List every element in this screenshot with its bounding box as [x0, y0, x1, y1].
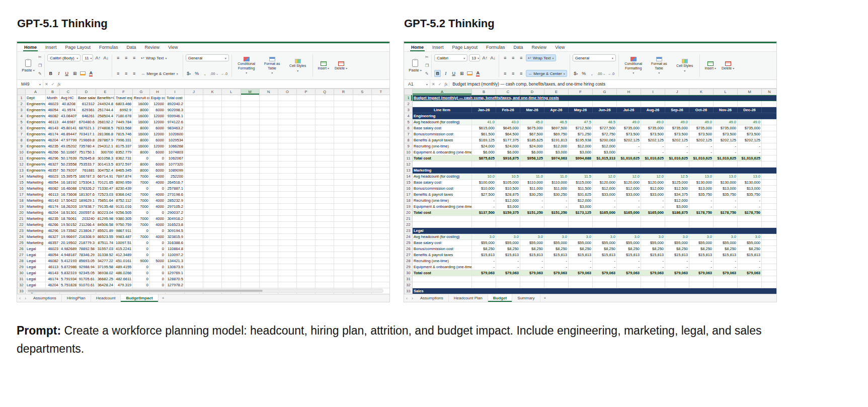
cell[interactable]: 751750.1 — [77, 149, 96, 155]
cell[interactable]: 479.319 — [115, 282, 133, 288]
cell[interactable]: - — [641, 258, 665, 264]
italic-button[interactable]: I — [55, 70, 62, 77]
cell[interactable]: 7000 — [133, 174, 150, 180]
cell[interactable]: Engineering — [26, 131, 46, 137]
cell[interactable] — [259, 276, 278, 282]
cell[interactable]: Engineering — [26, 149, 46, 155]
cell[interactable] — [371, 186, 389, 192]
row-header-23[interactable]: 23 — [18, 228, 26, 234]
cell[interactable] — [259, 252, 278, 258]
cell[interactable]: - — [617, 204, 641, 210]
cell[interactable]: 0 — [150, 270, 166, 276]
cell[interactable] — [353, 222, 371, 228]
increase-decimal-button[interactable]: .00→ — [597, 70, 606, 77]
cell[interactable] — [353, 228, 371, 234]
comma-format-button[interactable]: , — [589, 70, 595, 77]
row-header-2[interactable]: 2 — [405, 101, 413, 107]
cell[interactable]: $105,000 — [496, 180, 520, 186]
cell[interactable] — [259, 270, 278, 276]
column-header-L[interactable]: L — [222, 89, 241, 95]
cell[interactable] — [222, 198, 241, 204]
cell[interactable] — [544, 282, 569, 288]
cell[interactable] — [241, 270, 259, 276]
cell[interactable] — [222, 234, 241, 240]
underline-button[interactable]: U — [450, 70, 457, 77]
cell[interactable]: 0 — [150, 228, 166, 234]
cell[interactable]: $697,500 — [544, 125, 569, 131]
cell[interactable] — [496, 216, 520, 222]
cell[interactable]: $79,063 — [496, 270, 520, 276]
cell[interactable] — [222, 174, 241, 180]
ribbon-tab-insert[interactable]: Insert — [431, 45, 445, 51]
cell[interactable] — [315, 258, 334, 264]
column-header-L[interactable]: L — [714, 89, 738, 95]
cell[interactable]: $55,000 — [544, 240, 569, 246]
cell[interactable] — [278, 210, 296, 216]
cell[interactable] — [185, 228, 203, 234]
cell[interactable]: $8,250 — [472, 246, 496, 252]
number-format-select[interactable]: General▾ — [186, 54, 229, 61]
cell[interactable] — [353, 107, 371, 113]
column-header-K[interactable]: K — [689, 89, 714, 95]
cell[interactable] — [334, 131, 353, 137]
cell[interactable]: 91705.61 — [77, 276, 96, 282]
cell[interactable] — [371, 282, 389, 288]
cell[interactable] — [222, 282, 241, 288]
cell[interactable] — [334, 252, 353, 258]
cell[interactable] — [241, 192, 259, 198]
cell[interactable]: 79135.48 — [96, 204, 115, 210]
cell[interactable]: $8,250 — [665, 246, 689, 252]
cell[interactable] — [278, 125, 296, 131]
cell[interactable] — [203, 113, 222, 119]
row-header-15[interactable]: 15 — [18, 180, 26, 186]
cell[interactable]: 11.0 — [544, 174, 569, 180]
cell[interactable]: 13.0 — [738, 174, 762, 180]
cell[interactable] — [259, 258, 278, 264]
cell[interactable]: 0 — [133, 270, 150, 276]
cell[interactable]: 36682.25 — [96, 276, 115, 282]
cell[interactable]: 8752.112 — [115, 198, 133, 204]
cell[interactable]: 7000 — [133, 204, 150, 210]
cell[interactable] — [762, 161, 777, 168]
cell[interactable] — [241, 264, 259, 270]
merge-center-button[interactable]: ↔ Merge & Center ▾ — [139, 70, 180, 77]
cell[interactable]: $8,250 — [714, 246, 738, 252]
cell[interactable]: Marketing — [26, 240, 46, 246]
cell[interactable]: $34,375 — [665, 192, 689, 198]
cell[interactable] — [297, 228, 315, 234]
cell[interactable] — [371, 180, 389, 186]
month-header-cell[interactable]: Feb-26 — [496, 107, 520, 113]
cell[interactable]: $15,813 — [665, 252, 689, 258]
cell[interactable]: 46235 — [46, 143, 60, 149]
cell[interactable] — [241, 125, 259, 131]
cell[interactable]: 16000 — [133, 143, 150, 149]
cell[interactable] — [762, 240, 777, 246]
cell[interactable]: $3,000 — [496, 204, 520, 210]
row-header-33[interactable]: 33 — [18, 288, 26, 294]
row-header-6[interactable]: 6 — [18, 125, 26, 131]
cell[interactable] — [185, 276, 203, 282]
cell[interactable]: $35,750 — [738, 192, 762, 198]
cell[interactable]: 735780.4 — [77, 143, 96, 149]
cell[interactable]: - — [689, 198, 714, 204]
sheet-tab-budgetimpact[interactable]: BudgetImpact — [121, 294, 158, 302]
cell[interactable]: 285232.9 — [166, 198, 185, 204]
cell[interactable]: $1,010,625 — [738, 155, 762, 161]
cell[interactable] — [496, 101, 520, 107]
column-header-J[interactable]: J — [665, 89, 689, 95]
cell[interactable]: 3.0 — [665, 234, 689, 240]
cell[interactable] — [241, 168, 259, 174]
cell[interactable]: 12.0 — [641, 174, 665, 180]
cell[interactable] — [762, 270, 777, 276]
cell[interactable]: $200,063 — [593, 137, 617, 143]
cell[interactable] — [203, 137, 222, 143]
cell[interactable] — [297, 222, 315, 228]
cell[interactable]: $165,000 — [641, 210, 665, 216]
row-header-20[interactable]: 20 — [18, 210, 26, 216]
cell[interactable] — [569, 282, 593, 288]
cell[interactable]: $151,250 — [544, 210, 569, 216]
cell[interactable] — [371, 143, 389, 149]
cell[interactable]: 46023 — [46, 246, 60, 252]
row-header-17[interactable]: 17 — [405, 192, 413, 198]
column-header-F[interactable]: F — [569, 89, 593, 95]
